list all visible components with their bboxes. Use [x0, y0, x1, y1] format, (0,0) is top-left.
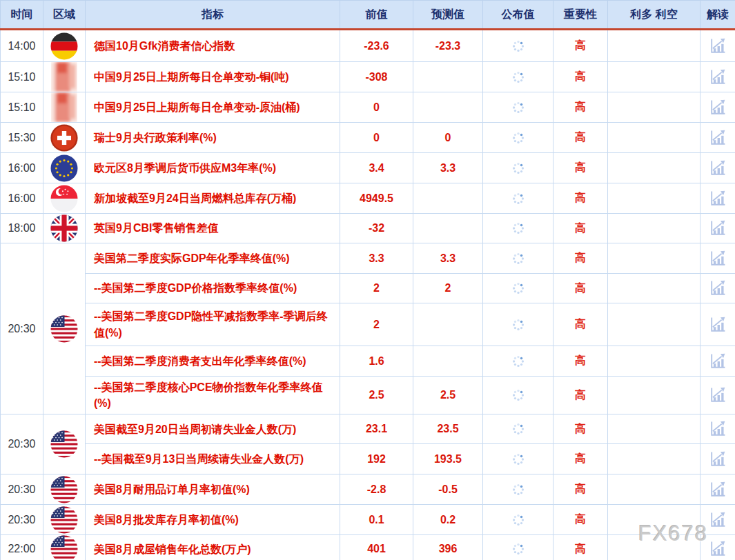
- chart-icon[interactable]: [706, 248, 729, 270]
- previous-value: 3.4: [340, 153, 413, 183]
- time-cell: 14:00: [1, 30, 43, 62]
- time-cell: 16:00: [1, 153, 43, 183]
- chart-icon[interactable]: [706, 188, 729, 210]
- indicator-label: 美国8月批发库存月率初值(%): [86, 505, 340, 535]
- interpret-cell[interactable]: [700, 414, 735, 444]
- us-flag-icon: [50, 535, 78, 560]
- forecast-value: [413, 214, 483, 243]
- bull-bear-cell: [608, 153, 700, 183]
- interpret-cell[interactable]: [700, 346, 735, 377]
- previous-value: 2: [340, 274, 413, 303]
- region-cell: [43, 474, 86, 505]
- importance-badge: 高: [553, 214, 608, 243]
- interpret-cell[interactable]: [700, 62, 735, 92]
- table-row: 22:00 美国8月成屋销售年化总数(万户) 401 396 高: [1, 535, 735, 560]
- interpret-cell[interactable]: [700, 30, 735, 62]
- indicator-label: 美国8月耐用品订单月率初值(%): [86, 474, 340, 505]
- importance-badge: 高: [553, 92, 608, 123]
- published-cell: [483, 153, 553, 183]
- table-row: 20:30 美国第二季度实际GDP年化季率终值(%) 3.3 3.3 高: [1, 243, 735, 274]
- interpret-cell[interactable]: [700, 183, 735, 214]
- chart-icon[interactable]: [706, 127, 729, 149]
- indicator-label: 欧元区8月季调后货币供应M3年率(%): [86, 153, 340, 183]
- chart-icon[interactable]: [706, 97, 729, 119]
- chart-icon[interactable]: [706, 350, 729, 372]
- previous-value: -2.8: [340, 474, 413, 505]
- bull-bear-cell: [608, 183, 700, 214]
- interpret-cell[interactable]: [700, 444, 735, 474]
- chart-icon[interactable]: [706, 35, 729, 57]
- loading-spinner-icon: [511, 452, 526, 467]
- chart-icon[interactable]: [706, 538, 729, 560]
- previous-value: 0: [340, 123, 413, 153]
- chart-icon[interactable]: [706, 66, 729, 88]
- chart-icon[interactable]: [706, 384, 729, 406]
- interpret-cell[interactable]: [700, 474, 735, 505]
- interpret-cell[interactable]: [700, 123, 735, 153]
- table-row: 14:00 德国10月Gfk消费者信心指数 -23.6 -23.3 高: [1, 30, 735, 62]
- importance-badge: 高: [553, 62, 608, 92]
- published-cell: [483, 274, 553, 303]
- table-row: 20:30 美国8月批发库存月率初值(%) 0.1 0.2 高: [1, 505, 735, 535]
- published-cell: [483, 62, 553, 92]
- col-header-published: 公布值: [483, 1, 553, 30]
- chart-icon[interactable]: [706, 277, 729, 299]
- published-cell: [483, 414, 553, 444]
- previous-value: 2: [340, 303, 413, 346]
- chart-icon[interactable]: [706, 157, 729, 179]
- loading-spinner-icon: [511, 388, 526, 403]
- chart-icon[interactable]: [706, 418, 729, 440]
- time-cell: 22:00: [1, 535, 43, 560]
- indicator-label: 中国9月25日上期所每日仓单变动-铜(吨): [86, 62, 340, 92]
- region-cell: [43, 243, 86, 414]
- importance-badge: 高: [553, 346, 608, 377]
- importance-badge: 高: [553, 243, 608, 274]
- published-cell: [483, 377, 553, 414]
- interpret-cell[interactable]: [700, 303, 735, 346]
- chart-icon[interactable]: [706, 314, 729, 336]
- interpret-cell[interactable]: [700, 214, 735, 243]
- loading-spinner-icon: [511, 354, 526, 369]
- table-row: 15:10 中国9月25日上期所每日仓单变动-原油(桶) 0 高: [1, 92, 735, 123]
- previous-value: 23.1: [340, 414, 413, 444]
- loading-spinner-icon: [511, 421, 526, 437]
- table-row: --美国第二季度GDP隐性平减指数季率-季调后终值(%) 2 高: [1, 303, 735, 346]
- previous-value: -32: [340, 214, 413, 243]
- china-flag-blurred-icon: [51, 92, 77, 122]
- table-row: --美国第二季度GDP价格指数季率终值(%) 2 2 高: [1, 274, 735, 303]
- interpret-cell[interactable]: [700, 505, 735, 535]
- importance-badge: 高: [553, 183, 608, 214]
- loading-spinner-icon: [511, 482, 526, 497]
- indicator-label: 中国9月25日上期所每日仓单变动-原油(桶): [86, 92, 340, 123]
- bull-bear-cell: [608, 505, 700, 535]
- forecast-value: -23.3: [413, 30, 483, 62]
- table-row: 15:10 中国9月25日上期所每日仓单变动-铜(吨) -308 高: [1, 62, 735, 92]
- region-cell: [43, 505, 86, 535]
- previous-value: 3.3: [340, 243, 413, 274]
- chart-icon[interactable]: [706, 509, 729, 531]
- importance-badge: 高: [553, 274, 608, 303]
- published-cell: [483, 505, 553, 535]
- bull-bear-cell: [608, 444, 700, 474]
- chart-icon[interactable]: [706, 479, 729, 501]
- interpret-cell[interactable]: [700, 377, 735, 414]
- table-row: --美国第二季度核心PCE物价指数年化季率终值(%) 2.5 2.5 高: [1, 377, 735, 414]
- indicator-label: 美国截至9月20日当周初请失业金人数(万): [86, 414, 340, 444]
- loading-spinner-icon: [511, 100, 526, 115]
- col-header-importance: 重要性: [553, 1, 608, 30]
- table-row: --美国截至9月13日当周续请失业金人数(万) 192 193.5 高: [1, 444, 735, 474]
- bull-bear-cell: [608, 414, 700, 444]
- interpret-cell[interactable]: [700, 92, 735, 123]
- interpret-cell[interactable]: [700, 535, 735, 560]
- published-cell: [483, 123, 553, 153]
- indicator-label: 瑞士9月央行政策利率(%): [86, 123, 340, 153]
- interpret-cell[interactable]: [700, 274, 735, 303]
- chart-icon[interactable]: [706, 448, 729, 470]
- previous-value: 0.1: [340, 505, 413, 535]
- interpret-cell[interactable]: [700, 153, 735, 183]
- time-cell: 15:30: [1, 123, 43, 153]
- chart-icon[interactable]: [706, 217, 729, 239]
- previous-value: 1.6: [340, 346, 413, 377]
- forecast-value: 0.2: [413, 505, 483, 535]
- interpret-cell[interactable]: [700, 243, 735, 274]
